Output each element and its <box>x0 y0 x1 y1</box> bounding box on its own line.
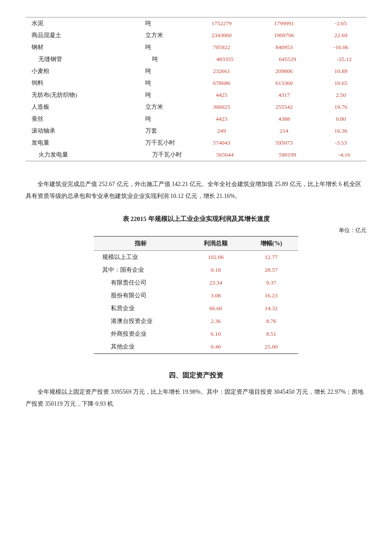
production-row-val2: 613360 <box>253 77 315 89</box>
production-row-unit: 吨 <box>139 41 190 53</box>
production-row-name: 蚕丝 <box>26 113 139 125</box>
production-row-val1: 678686 <box>190 77 253 89</box>
production-row-name: 火力发电量 <box>26 149 139 161</box>
production-row-unit: 吨 <box>139 17 190 30</box>
table22-row-name: 其中：国有企业 <box>94 264 187 276</box>
production-row-name: 滚动轴承 <box>26 125 139 137</box>
production-row-unit: 万千瓦小时 <box>139 149 190 161</box>
production-row-name: 钢材 <box>26 41 139 53</box>
production-row-unit: 吨 <box>139 89 190 101</box>
production-row-unit: 吨 <box>139 77 190 89</box>
production-row-val1: 574043 <box>190 137 253 149</box>
production-row-unit: 吨 <box>139 65 190 77</box>
table22-row: 私营企业66.6014.32 <box>94 302 298 315</box>
production-row-growth: -2.65 <box>315 17 366 30</box>
table22-row-profit: 0.40 <box>187 340 244 354</box>
production-row-unit: 吨 <box>139 53 190 65</box>
production-row: 水泥吨17522791799991-2.65 <box>26 17 366 30</box>
table22-header-growth: 增幅(%) <box>244 236 298 251</box>
production-table: 水泥吨17522791799991-2.65商品混凝土立方米2343060190… <box>26 17 366 161</box>
production-row-unit: 万千瓦小时 <box>139 137 190 149</box>
production-row-val2: 255542 <box>253 101 315 113</box>
table22-unit: 单位：亿元 <box>26 227 366 234</box>
production-row: 火力发电量万千瓦小时565644590199-4.16 <box>26 149 366 161</box>
table22-row-profit: 3.08 <box>187 289 244 302</box>
production-row-val1: 306025 <box>190 101 253 113</box>
table22-row: 其他企业0.4025.00 <box>94 340 298 354</box>
production-row: 钢材吨705922840953-16.06 <box>26 41 366 53</box>
production-row-val2: 209806 <box>253 65 315 77</box>
production-row-val1: 1752279 <box>190 17 253 30</box>
paragraph-investment: 全年规模以上固定资产投资 3395569 万元，比上年增长 19.98%。其中：… <box>26 386 366 410</box>
table22-row-profit: 23.34 <box>187 276 244 289</box>
production-row-growth: 2.50 <box>315 89 366 101</box>
table22-row-growth: 9.37 <box>244 276 298 289</box>
table22-row-name: 规模以上工业 <box>94 251 187 264</box>
production-row-val1: 705922 <box>190 41 253 53</box>
table22-row-name: 有限责任公司 <box>94 276 187 289</box>
table22-row-name: 港澳台投资企业 <box>94 315 187 328</box>
production-row-unit: 立方米 <box>139 29 190 41</box>
table22-row: 规模以上工业102.0612.77 <box>94 251 298 264</box>
production-row-unit: 万套 <box>139 125 190 137</box>
production-row-val2: 840953 <box>253 41 315 53</box>
table22-row-profit: 102.06 <box>187 251 244 264</box>
production-row: 发电量万千瓦小时574043595073-3.53 <box>26 137 366 149</box>
production-row-val2: 214 <box>253 125 315 137</box>
production-row: 无纺布(无纺织物)吨442543172.50 <box>26 89 366 101</box>
production-row: 蚕丝吨442343880.80 <box>26 113 366 125</box>
production-row-val1: 249 <box>190 125 253 137</box>
production-row-growth: -4.16 <box>315 149 366 161</box>
production-row-growth: 16.36 <box>315 125 366 137</box>
production-row-name: 人造板 <box>26 101 139 113</box>
production-row-growth: 10.65 <box>315 77 366 89</box>
table22-row-growth: 14.32 <box>244 302 298 315</box>
production-row-name: 无纺布(无纺织物) <box>26 89 139 101</box>
table22-row: 港澳台投资企业2.368.76 <box>94 315 298 328</box>
production-row-val1: 565644 <box>190 149 253 161</box>
table22-header-indicator: 指标 <box>94 236 187 251</box>
table22-header-row: 指标 利润总额 增幅(%) <box>94 236 298 251</box>
production-row-growth: -16.06 <box>315 41 366 53</box>
production-row: 滚动轴承万套24921416.36 <box>26 125 366 137</box>
production-row-val1: 4425 <box>190 89 253 101</box>
table22-row: 股份有限公司3.0816.23 <box>94 289 298 302</box>
table22-row-profit: 6.10 <box>187 328 244 340</box>
production-row-val1: 483355 <box>190 53 253 65</box>
production-row-name: 发电量 <box>26 137 139 149</box>
table22-row-name: 其他企业 <box>94 340 187 354</box>
production-row: 商品混凝土立方米2343060190970622.69 <box>26 29 366 41</box>
production-row-val2: 590199 <box>253 149 315 161</box>
production-row: 人造板立方米30602525554219.76 <box>26 101 366 113</box>
production-row-val2: 1799991 <box>253 17 315 30</box>
production-table-section: 水泥吨17522791799991-2.65商品混凝土立方米2343060190… <box>26 17 366 161</box>
production-row-growth: 22.69 <box>315 29 366 41</box>
table22-row-profit: 66.60 <box>187 302 244 315</box>
production-row-val2: 595073 <box>253 137 315 149</box>
section-heading-investment: 四、固定资产投资 <box>26 371 366 380</box>
production-row-growth: 10.89 <box>315 65 366 77</box>
production-row-val2: 1909706 <box>253 29 315 41</box>
production-row-val2: 4388 <box>253 113 315 125</box>
production-row-val1: 2343060 <box>190 29 253 41</box>
production-row-growth: -3.53 <box>315 137 366 149</box>
paragraph-construction: 全年建筑业完成总产值 252.67 亿元，外出施工产值 142.21 亿元。全年… <box>26 178 366 202</box>
production-row-val1: 232661 <box>190 65 253 77</box>
table22-row-name: 外商投资企业 <box>94 328 187 340</box>
production-row-name: 无缝钢管 <box>26 53 139 65</box>
production-row-growth: 19.76 <box>315 101 366 113</box>
table22-row: 有限责任公司23.349.37 <box>94 276 298 289</box>
production-row: 无缝钢管吨483355645529-25.12 <box>26 53 366 65</box>
production-row-val1: 4423 <box>190 113 253 125</box>
table22-row: 其中：国有企业0.1828.57 <box>94 264 298 276</box>
production-row-unit: 吨 <box>139 113 190 125</box>
table22: 指标 利润总额 增幅(%) 规模以上工业102.0612.77其中：国有企业0.… <box>94 236 298 354</box>
production-row-growth: -25.12 <box>315 53 366 65</box>
table22-header-profit: 利润总额 <box>187 236 244 251</box>
production-row-unit: 立方米 <box>139 101 190 113</box>
production-row-growth: 0.80 <box>315 113 366 125</box>
production-row: 小麦粉吨23266120980610.89 <box>26 65 366 77</box>
table22-section: 表 22015 年规模以上工业企业实现利润及其增长速度 单位：亿元 指标 利润总… <box>26 215 366 354</box>
table22-row-growth: 28.57 <box>244 264 298 276</box>
table22-row-growth: 12.77 <box>244 251 298 264</box>
